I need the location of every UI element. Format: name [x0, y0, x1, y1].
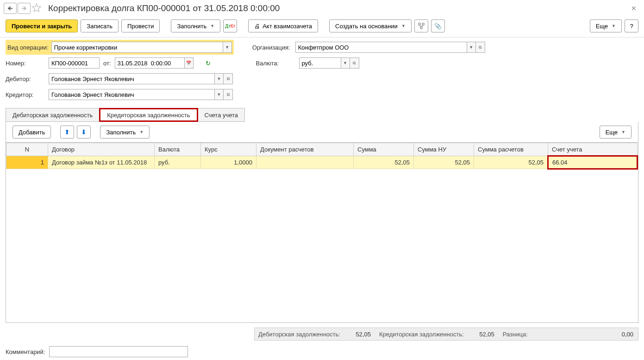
total-creditor-value: 52,05 [469, 331, 497, 338]
organization-input[interactable] [295, 42, 467, 53]
cell-rate[interactable]: 1,0000 [201, 156, 256, 169]
cell-sumnu[interactable]: 52,05 [414, 156, 474, 169]
dropdown-icon[interactable]: ▼ [341, 57, 350, 69]
nav-back-button[interactable] [4, 3, 17, 14]
structure-icon-button[interactable] [414, 19, 428, 32]
footer-totals: Дебиторская задолженность: 52,05 Кредито… [6, 328, 638, 341]
date-input[interactable] [115, 57, 184, 69]
creditor-input[interactable] [49, 89, 214, 100]
dropdown-icon[interactable]: ▼ [214, 89, 224, 100]
tab-accounts[interactable]: Счета учета [198, 108, 245, 122]
comment-row: Комментарий: [0, 342, 644, 360]
dropdown-icon[interactable]: ▼ [467, 42, 476, 53]
page-title: Корректировка долга КП00-000001 от 31.05… [48, 3, 280, 13]
operation-type-label: Вид операции: [7, 44, 49, 51]
printer-icon: 🖨 [254, 23, 260, 30]
tab-creditors[interactable]: Кредиторская задолженность [99, 108, 198, 122]
favorite-star-icon[interactable] [31, 3, 43, 14]
total-diff-label: Разница: [501, 331, 530, 338]
more-button[interactable]: Еще▼ [590, 19, 622, 32]
fill-rows-button[interactable]: Заполнить▼ [100, 126, 150, 139]
add-row-button[interactable]: Добавить [13, 126, 51, 139]
svg-rect-3 [422, 23, 424, 25]
col-n[interactable]: N [6, 143, 48, 156]
operation-type-field: Вид операции: ▼ [6, 40, 234, 55]
tab-more-button[interactable]: Еще▼ [600, 126, 631, 139]
fill-dropdown-button[interactable]: Заполнить▼ [171, 19, 220, 32]
svg-rect-4 [420, 27, 422, 29]
grid-header-row: N Договор Валюта Курс Документ расчетов … [6, 143, 638, 156]
tab-debtors[interactable]: Дебиторская задолженность [6, 108, 100, 122]
organization-label: Организация: [252, 44, 292, 51]
total-debtor-value: 52,05 [346, 331, 374, 338]
open-icon[interactable]: ⧉ [350, 57, 359, 69]
comment-input[interactable] [49, 346, 188, 357]
col-account[interactable]: Счет учета [548, 143, 638, 156]
cell-contract[interactable]: Договор займа №1з от 11.05.2018 [48, 156, 155, 169]
move-down-button[interactable]: ⬇ [77, 126, 91, 139]
col-doc[interactable]: Документ расчетов [256, 143, 354, 156]
move-up-button[interactable]: ⬆ [60, 126, 74, 139]
print-act-button[interactable]: 🖨Акт взаимозачета [248, 19, 318, 32]
post-button[interactable]: Провести [121, 19, 160, 32]
help-button[interactable]: ? [625, 19, 638, 32]
cell-sum[interactable]: 52,05 [354, 156, 414, 169]
open-icon[interactable]: ⧉ [224, 73, 233, 84]
col-currency[interactable]: Валюта [155, 143, 201, 156]
col-contract[interactable]: Договор [48, 143, 155, 156]
refresh-icon[interactable]: ↻ [206, 60, 211, 67]
number-label: Номер: [6, 60, 45, 67]
debtor-label: Дебитор: [6, 76, 45, 82]
main-toolbar: Провести и закрыть Записать Провести Зап… [0, 17, 644, 38]
svg-line-6 [421, 25, 423, 27]
creditor-label: Кредитор: [6, 91, 45, 98]
nav-forward-button[interactable] [18, 3, 31, 14]
tabs: Дебиторская задолженность Кредиторская з… [0, 108, 644, 122]
paperclip-icon: 📎 [434, 23, 442, 30]
total-debtor-label: Дебиторская задолженность: [256, 331, 342, 338]
open-icon[interactable]: ⧉ [224, 89, 233, 100]
cell-currency[interactable]: руб. [155, 156, 201, 169]
col-sumcalc[interactable]: Сумма расчетов [474, 143, 548, 156]
svg-line-5 [419, 25, 421, 27]
close-icon[interactable]: ✕ [627, 4, 640, 13]
col-sumnu[interactable]: Сумма НУ [414, 143, 474, 156]
titlebar: Корректировка долга КП00-000001 от 31.05… [0, 0, 644, 17]
attachment-icon-button[interactable]: 📎 [431, 19, 445, 32]
create-based-on-button[interactable]: Создать на основании▼ [329, 19, 412, 32]
number-input[interactable] [49, 57, 100, 69]
total-creditor-label: Кредиторская задолженность: [377, 331, 466, 338]
operation-type-input[interactable] [51, 42, 223, 53]
form-header: Вид операции: ▼ Организация: ▼ ⧉ Номер: … [0, 38, 644, 106]
table-row[interactable]: 1 Договор займа №1з от 11.05.2018 руб. 1… [6, 156, 638, 169]
open-icon[interactable]: ⧉ [476, 42, 485, 53]
currency-input[interactable] [299, 57, 341, 69]
cell-account[interactable]: 66.04 [548, 156, 638, 169]
grid-empty-area[interactable] [6, 170, 638, 322]
svg-rect-2 [419, 23, 420, 25]
debtor-input[interactable] [49, 73, 214, 84]
cell-sumcalc[interactable]: 52,05 [474, 156, 548, 169]
save-button[interactable]: Записать [81, 19, 119, 32]
dtkt-icon-button[interactable]: ДтКт [223, 19, 237, 32]
tab-toolbar: Добавить ⬆ ⬇ Заполнить▼ Еще▼ [6, 122, 638, 143]
comment-label: Комментарий: [6, 348, 45, 355]
calendar-icon[interactable]: 📅 [184, 57, 194, 69]
post-and-close-button[interactable]: Провести и закрыть [6, 19, 78, 32]
total-diff-value: 0,00 [608, 331, 636, 338]
dropdown-icon[interactable]: ▼ [223, 42, 232, 53]
cell-doc[interactable] [256, 156, 354, 169]
dropdown-icon[interactable]: ▼ [214, 73, 224, 84]
date-label: от: [103, 60, 111, 67]
col-sum[interactable]: Сумма [354, 143, 414, 156]
grid: N Договор Валюта Курс Документ расчетов … [6, 143, 638, 323]
currency-label: Валюта: [256, 60, 295, 67]
col-rate[interactable]: Курс [201, 143, 256, 156]
cell-n[interactable]: 1 [6, 156, 48, 169]
